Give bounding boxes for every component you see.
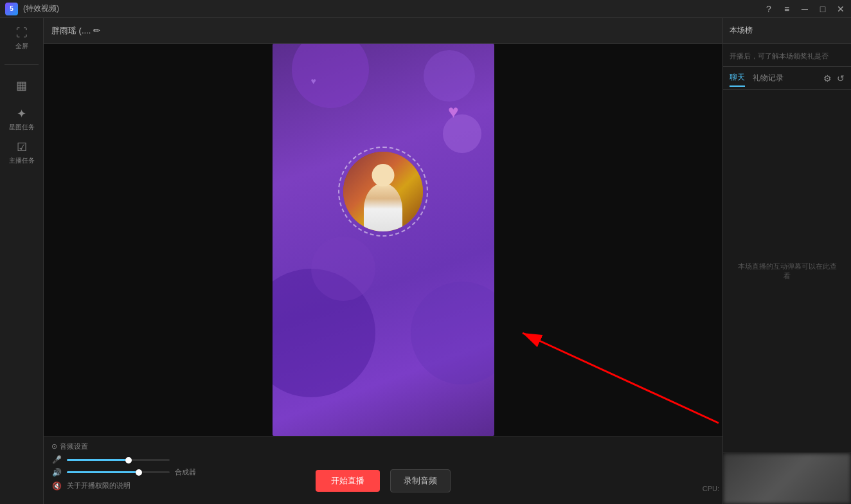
tab-chat[interactable]: 聊天 (730, 69, 745, 87)
mic-slider-thumb (125, 457, 132, 464)
tab-settings-icon[interactable]: ⚙ (823, 73, 832, 84)
sidebar-item-host-task[interactable]: ☑ 主播任务 (4, 137, 40, 168)
preview-canvas: ♥ ♥ (44, 44, 722, 436)
heart-icon-1: ♥ (448, 102, 459, 122)
room-name: 胖雨瑶 (.... ✏ (51, 25, 100, 37)
thumbnail-blurred (723, 453, 851, 504)
svg-line-1 (523, 333, 719, 423)
blob-1 (292, 44, 369, 108)
person-silhouette (364, 183, 402, 231)
mic-slider-fill (67, 459, 129, 461)
audio-settings-icon: ⊙ (51, 442, 57, 451)
right-panel-top: 开播后，可了解本场领奖礼是否 (723, 44, 851, 67)
right-panel-title: 本场榜 (730, 25, 845, 36)
sidebar-item-fullscreen[interactable]: ⛶ 全屏 (4, 23, 40, 54)
right-panel: 本场榜 开播后，可了解本场领奖礼是否 聊天 礼物记录 ⚙ ↺ 本场直播的互动弹幕… (722, 18, 851, 504)
sidebar-divider (4, 64, 39, 65)
sidebar: ⛶ 全屏 ▦ ✦ 星图任务 ☑ 主播任务 (0, 18, 44, 504)
sidebar-item-star-label: 星图任务 (9, 123, 35, 132)
app-name: (特效视频) (23, 3, 59, 14)
profile-img-inner (343, 152, 423, 231)
blob-5 (411, 282, 494, 384)
settings-button[interactable]: ≡ (782, 4, 792, 14)
tab-refresh-icon[interactable]: ↺ (837, 73, 845, 84)
right-panel-thumbnail (723, 453, 851, 504)
blob-2 (424, 50, 475, 102)
tab-icons: ⚙ ↺ (823, 73, 845, 84)
host-icon: ☑ (17, 140, 27, 154)
sidebar-item-fullscreen-label: 全屏 (15, 42, 28, 51)
bottom-buttons: 开始直播 录制音频 (44, 469, 722, 492)
app-icon: 5 (5, 3, 18, 15)
sidebar-item-scene[interactable]: ▦ (4, 70, 40, 101)
titlebar: 5 (特效视频) ? ≡ ─ □ ✕ (0, 0, 851, 18)
slider-mic: 🎤 (51, 455, 715, 464)
person-head (372, 164, 395, 186)
close-button[interactable]: ✕ (836, 4, 846, 14)
minimize-button[interactable]: ─ (800, 4, 810, 14)
blob-6 (311, 237, 375, 301)
audio-section-title: ⊙ 音频设置 (51, 442, 715, 451)
star-icon: ✦ (17, 107, 26, 121)
record-audio-button[interactable]: 录制音频 (390, 469, 451, 492)
scene-icon: ▦ (16, 78, 27, 93)
start-broadcast-button[interactable]: 开始直播 (316, 470, 380, 492)
titlebar-controls: ? ≡ ─ □ ✕ (764, 4, 846, 14)
right-panel-desc: 开播后，可了解本场领奖礼是否 (730, 51, 845, 61)
help-button[interactable]: ? (764, 4, 774, 14)
sidebar-item-star-task[interactable]: ✦ 星图任务 (4, 104, 40, 134)
maximize-button[interactable]: □ (818, 4, 828, 14)
cpu-info: CPU: (703, 485, 719, 492)
sidebar-item-host-label: 主播任务 (9, 156, 35, 165)
mic-slider-track[interactable] (67, 459, 170, 461)
right-panel-tabs: 聊天 礼物记录 ⚙ ↺ (723, 67, 851, 90)
chat-empty-message: 本场直播的互动弹幕可以在此查看 (723, 262, 851, 281)
titlebar-left: 5 (特效视频) (5, 3, 59, 15)
cpu-label: CPU: (703, 485, 719, 492)
stream-preview: ♥ ♥ (273, 44, 494, 436)
tab-gift-record[interactable]: 礼物记录 (753, 70, 784, 86)
profile-image (343, 152, 423, 231)
profile-circle (338, 147, 428, 237)
main-area: ♥ ♥ (44, 44, 722, 504)
fullscreen-icon: ⛶ (16, 26, 28, 40)
right-panel-content: 本场直播的互动弹幕可以在此查看 (723, 90, 851, 453)
right-panel-header: 本场榜 (723, 18, 851, 44)
heart-icon-2: ♥ (311, 76, 316, 86)
mic-icon: 🎤 (51, 455, 62, 464)
